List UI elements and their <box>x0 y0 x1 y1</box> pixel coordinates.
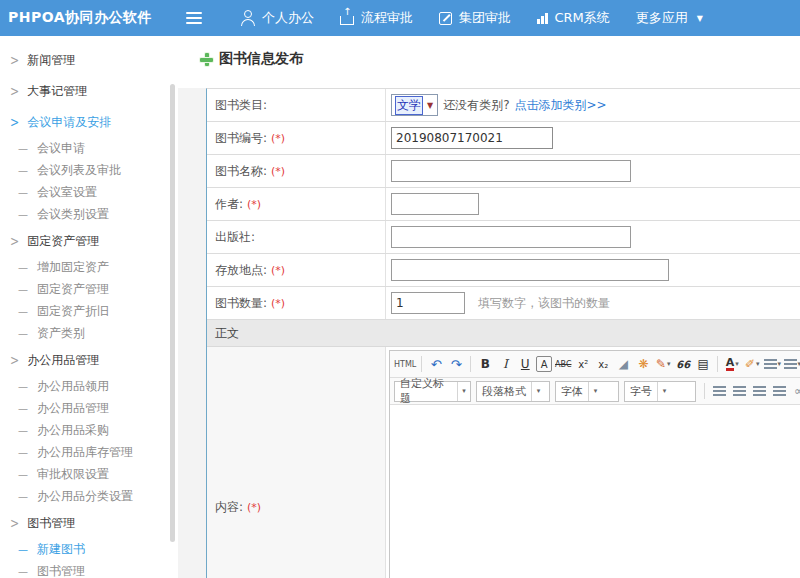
format-clear-icon[interactable]: ❋ <box>634 355 652 374</box>
bold-button[interactable]: B <box>476 355 494 374</box>
book-number-input[interactable] <box>391 127 553 149</box>
chevron-down-icon: ▾ <box>778 360 782 368</box>
select-value: 字号 <box>625 382 657 401</box>
top-nav: 个人办公 ↑ 流程审批 集团审批 CRM系统 更多应用 ▼ <box>228 0 716 36</box>
book-name-input[interactable] <box>391 160 631 182</box>
item-label: 增加固定资产 <box>37 259 109 276</box>
sidebar-item-supplies-purchase[interactable]: — 办公用品采购 <box>0 419 178 441</box>
sidebar-item-meeting-list[interactable]: — 会议列表及审批 <box>0 159 178 181</box>
nav-label: 集团审批 <box>459 9 511 27</box>
sidebar-group-memorabilia[interactable]: > 大事记管理 <box>0 77 178 106</box>
eraser-icon[interactable]: ◢ <box>614 355 632 374</box>
category-select[interactable]: 文学 ▼ <box>391 94 438 116</box>
nav-more-apps[interactable]: 更多应用 ▼ <box>623 0 716 36</box>
align-justify-icon <box>773 386 786 397</box>
chevron-down-icon: ▾ <box>667 360 671 368</box>
align-center-button[interactable] <box>730 382 748 401</box>
sidebar-item-meeting-room[interactable]: — 会议室设置 <box>0 181 178 203</box>
bar-chart-icon <box>537 13 548 24</box>
source-code-button[interactable]: HTML <box>394 355 416 374</box>
select-value: 自定义标题 <box>395 382 457 401</box>
sidebar-item-meeting-apply[interactable]: — 会议申请 <box>0 137 178 159</box>
publisher-input[interactable] <box>391 226 631 248</box>
item-label: 办公用品库存管理 <box>37 444 133 461</box>
sidebar-item-add-asset[interactable]: — 增加固定资产 <box>0 256 178 278</box>
format-painter-icon[interactable]: ✎▾ <box>654 355 672 374</box>
sidebar-group-fixed-assets[interactable]: > 固定资产管理 <box>0 227 178 256</box>
item-label: 固定资产折旧 <box>37 303 109 320</box>
font-size-select[interactable]: 字号▾ <box>624 381 696 402</box>
ordered-list-button[interactable]: ▾ <box>763 355 781 374</box>
chevron-right-icon: > <box>10 234 19 250</box>
app-window: PHPOA协同办公软件 个人办公 ↑ 流程审批 集团审批 CRM系统 更多应用 … <box>0 0 800 578</box>
form-row-location: 存放地点: (*) <box>207 254 800 287</box>
custom-title-select[interactable]: 自定义标题▾ <box>394 381 471 402</box>
sidebar-group-office-supplies[interactable]: > 办公用品管理 <box>0 346 178 375</box>
paragraph-format-select[interactable]: 段落格式▾ <box>476 381 550 402</box>
redo-icon[interactable]: ↷ <box>447 355 465 374</box>
sidebar-item-asset-manage[interactable]: — 固定资产管理 <box>0 278 178 300</box>
select-value: 段落格式 <box>477 382 531 401</box>
sidebar-item-new-book[interactable]: — 新建图书 <box>0 538 178 560</box>
dash-icon: — <box>18 544 28 555</box>
chevron-down-icon: ▾ <box>657 382 671 401</box>
chevron-right-icon: > <box>10 115 19 131</box>
sidebar-item-asset-category[interactable]: — 资产类别 <box>0 322 178 344</box>
add-category-link[interactable]: 点击添加类别>> <box>515 97 607 114</box>
nav-workflow-approval[interactable]: ↑ 流程审批 <box>327 0 426 36</box>
nav-personal-office[interactable]: 个人办公 <box>228 0 327 36</box>
sidebar-item-meeting-category[interactable]: — 会议类别设置 <box>0 203 178 225</box>
editor-toolbar-row1: HTML ↶ ↷ B I U A ABC x² x₂ ◢ <box>390 351 800 378</box>
select-arrow-icon: ▼ <box>427 101 433 110</box>
location-input[interactable] <box>391 259 669 281</box>
italic-button[interactable]: I <box>496 355 514 374</box>
sidebar-group-meeting[interactable]: > 会议申请及安排 <box>0 108 178 137</box>
editor-content-area[interactable] <box>390 405 800 578</box>
nav-crm-system[interactable]: CRM系统 <box>524 0 623 36</box>
highlight-button[interactable]: ✐▾ <box>743 355 761 374</box>
hamburger-menu-icon[interactable] <box>186 12 202 24</box>
underline-button[interactable]: U <box>516 355 534 374</box>
sidebar-item-asset-depreciation[interactable]: — 固定资产折旧 <box>0 300 178 322</box>
dash-icon: — <box>18 306 28 317</box>
quantity-input[interactable] <box>391 292 465 314</box>
superscript-button[interactable]: x² <box>574 355 592 374</box>
undo-icon[interactable]: ↶ <box>427 355 445 374</box>
sidebar-group-news[interactable]: > 新闻管理 <box>0 46 178 75</box>
field-label: 图书名称: <box>215 163 267 180</box>
sidebar-item-supplies-inventory[interactable]: — 办公用品库存管理 <box>0 441 178 463</box>
align-justify-button[interactable] <box>770 382 788 401</box>
sidebar-item-approval-permission[interactable]: — 审批权限设置 <box>0 463 178 485</box>
sidebar-item-supplies-claim[interactable]: — 办公用品领用 <box>0 375 178 397</box>
user-icon <box>241 10 255 26</box>
dash-icon: — <box>18 143 28 154</box>
unordered-list-button[interactable]: ▾ <box>783 355 800 374</box>
paste-text-icon[interactable]: ▤ <box>694 355 712 374</box>
align-left-button[interactable] <box>710 382 728 401</box>
list-icon <box>784 359 797 370</box>
sidebar-item-supplies-category[interactable]: — 办公用品分类设置 <box>0 485 178 507</box>
sidebar-item-supplies-manage[interactable]: — 办公用品管理 <box>0 397 178 419</box>
item-label: 会议室设置 <box>37 184 97 201</box>
dash-icon: — <box>18 469 28 480</box>
blockquote-button[interactable]: 66 <box>674 355 692 374</box>
painter-glyph: ✎ <box>656 357 666 371</box>
sidebar-item-book-manage[interactable]: — 图书管理 <box>0 560 178 578</box>
sidebar-scrollbar[interactable] <box>170 84 175 542</box>
sidebar-group-books[interactable]: > 图书管理 <box>0 509 178 538</box>
font-family-select[interactable]: 字体▾ <box>555 381 619 402</box>
nav-group-approval[interactable]: 集团审批 <box>426 0 524 36</box>
strikethrough-button[interactable]: ABC <box>554 355 572 374</box>
field-label: 出版社: <box>215 229 255 246</box>
sidebar-menu: > 新闻管理 > 大事记管理 > 会议申请及安排 — 会议申请 — 会议列表及审… <box>0 36 178 578</box>
align-center-icon <box>733 386 746 397</box>
author-input[interactable] <box>391 193 479 215</box>
required-mark: (*) <box>247 198 261 211</box>
item-label: 图书管理 <box>37 563 85 578</box>
chevron-down-icon: ▾ <box>457 382 470 401</box>
font-color-button[interactable]: A▾ <box>723 355 741 374</box>
insert-link-icon[interactable]: ∞ <box>790 382 800 401</box>
font-border-button[interactable]: A <box>536 356 552 372</box>
subscript-button[interactable]: x₂ <box>594 355 612 374</box>
align-right-button[interactable] <box>750 382 768 401</box>
